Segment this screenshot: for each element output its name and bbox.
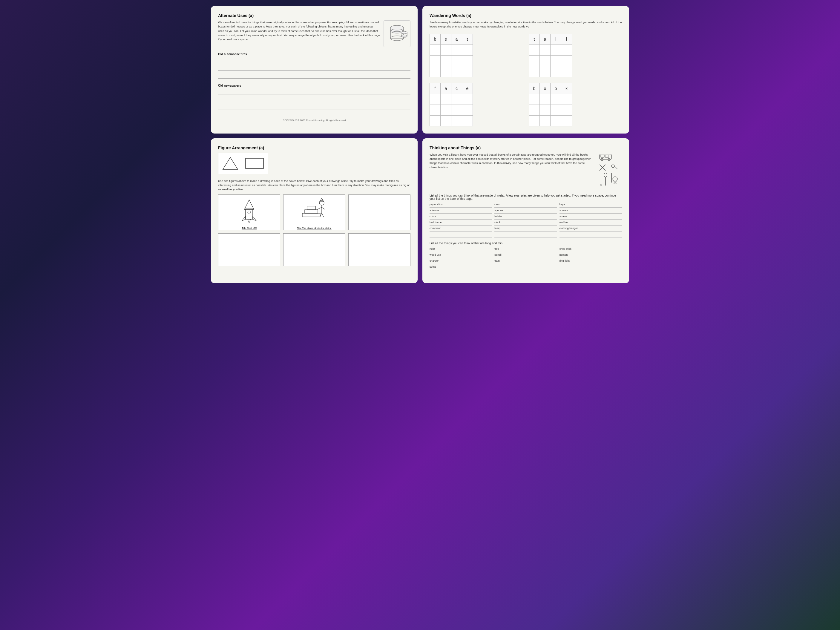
book-r1c4[interactable] [561,94,572,105]
beat-r2c2[interactable] [441,55,452,66]
book-r3c4[interactable] [561,115,572,126]
face-r2c1[interactable] [430,105,441,115]
beat-r1c4[interactable] [462,45,473,55]
svg-point-7 [401,32,407,34]
tall-h1: t [529,34,540,45]
beat-r2c3[interactable] [452,55,462,66]
beat-r2c1[interactable] [430,55,441,66]
beat-r1c2[interactable] [441,45,452,55]
coins-illustration [385,22,409,46]
svg-rect-17 [305,210,318,213]
write-line-3 [218,73,411,79]
alt-uses-content: We can often find uses for things that w… [218,20,380,47]
face-r1c2[interactable] [441,94,452,105]
clown-drawing [296,197,332,224]
grid-tall: t a l l [529,34,622,77]
tall-r2c4[interactable] [561,55,572,66]
metal-items-grid: paper clips cars keys scissors spoons sc… [429,203,622,237]
book-r3c1[interactable] [529,115,540,126]
face-r1c4[interactable] [462,94,473,105]
beat-r1c3[interactable] [452,45,462,55]
beat-r2c4[interactable] [462,55,473,66]
svg-marker-12 [242,216,246,221]
book-r2c2[interactable] [540,105,551,115]
face-r1c1[interactable] [430,94,441,105]
thinking-main: When you visit a library, have you ever … [429,153,594,190]
longthin-item-1: ruler [429,247,492,252]
book-r2c3[interactable] [551,105,561,115]
svg-rect-9 [246,158,264,169]
write-line-6 [218,104,411,110]
beat-r3c2[interactable] [441,66,452,77]
tall-h4: l [561,34,572,45]
panel4-sub1: List all the things you can think of tha… [429,194,622,201]
face-r2c2[interactable] [441,105,452,115]
panel3-title: Figure Arrangement (a) [218,145,411,150]
empty-box-3 [348,233,411,266]
tall-r2c2[interactable] [540,55,551,66]
beat-grid: b e a t [429,34,473,77]
tall-r1c4[interactable] [561,45,572,55]
tall-r2c1[interactable] [529,55,540,66]
longthin-item-6: person [559,253,622,258]
tall-r3c4[interactable] [561,66,572,77]
tall-h3: l [551,34,561,45]
face-r2c4[interactable] [462,105,473,115]
panel-figure-arrangement: Figure Arrangement (a) Use two figures a… [211,138,418,283]
metal-item-extra2 [494,233,557,237]
metal-item-3: keys [559,203,622,208]
tall-r1c3[interactable] [551,45,561,55]
panel1-copyright: COPYRIGHT © 2023 Renzulli Learning. All … [218,119,411,122]
metal-item-2: cars [494,203,557,208]
panel-thinking-things: Thinking about Things (a) When you visit… [422,138,629,283]
book-r2c4[interactable] [561,105,572,115]
beat-r3c4[interactable] [462,66,473,77]
metal-item-extra1 [429,233,492,237]
face-r2c3[interactable] [452,105,462,115]
grid-beat: b e a t [429,34,523,77]
alt-uses-image [384,20,411,47]
book-r1c2[interactable] [540,94,551,105]
metal-item-6: screws [559,209,622,213]
face-r1c3[interactable] [452,94,462,105]
beat-r3c1[interactable] [430,66,441,77]
face-h2: a [441,83,452,94]
book-r2c1[interactable] [529,105,540,115]
face-r3c2[interactable] [441,115,452,126]
empty-box-2 [283,233,345,266]
book-r1c3[interactable] [551,94,561,105]
empty-box-1 [218,233,280,266]
book-r3c2[interactable] [540,115,551,126]
panel4-sub2: List all the things you can think of tha… [429,242,622,245]
panel4-title: Thinking about Things (a) [429,145,622,150]
drawing-boxes-row1: Title Blast off!! [218,194,411,230]
panel1-title: Alternate Uses (a) [218,13,411,18]
book-h1: b [529,83,540,94]
tall-r2c3[interactable] [551,55,561,66]
tall-r1c2[interactable] [540,45,551,55]
beat-r3c3[interactable] [452,66,462,77]
svg-rect-30 [605,155,609,158]
beat-r1c1[interactable] [430,45,441,55]
panel2-desc: See how many four-letter words you can m… [429,20,622,29]
metal-item-1: paper clips [429,203,492,208]
face-h4: e [462,83,473,94]
metal-item-13: computer [429,227,492,232]
face-r3c1[interactable] [430,115,441,126]
tall-r3c3[interactable] [551,66,561,77]
tall-r3c2[interactable] [540,66,551,77]
face-r3c3[interactable] [452,115,462,126]
tall-r1c1[interactable] [529,45,540,55]
metal-item-extra3 [559,233,622,237]
longthin-item-5: pencil [494,253,557,258]
drawing-boxes-row2 [218,233,411,266]
write-line-4 [218,89,411,95]
svg-marker-13 [253,216,256,221]
book-r1c1[interactable] [529,94,540,105]
book-r3c3[interactable] [551,115,561,126]
book-h2: o [540,83,551,94]
svg-marker-11 [244,200,254,209]
longthin-extra1 [429,271,492,276]
face-r3c4[interactable] [462,115,473,126]
tall-r3c1[interactable] [529,66,540,77]
